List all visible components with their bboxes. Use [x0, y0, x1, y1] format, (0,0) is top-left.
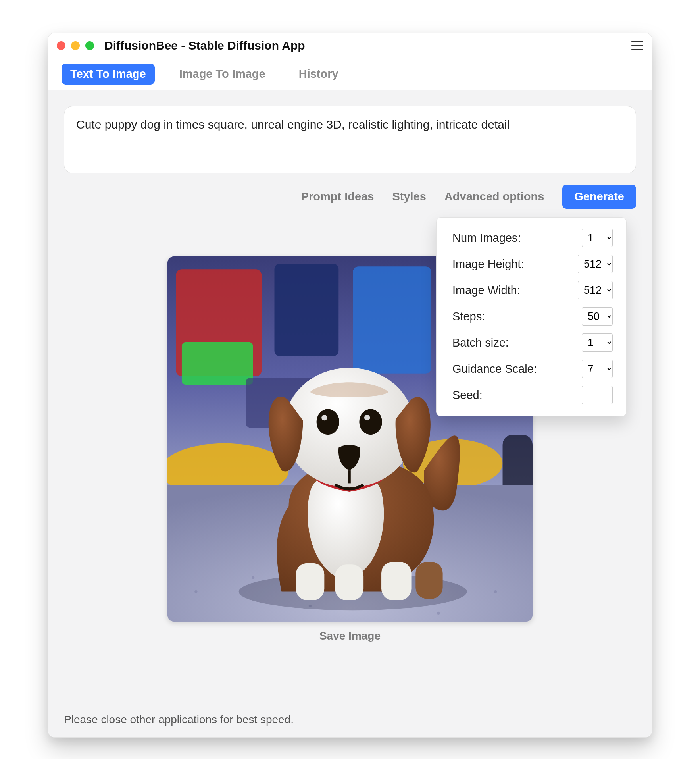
svg-point-24 — [359, 409, 382, 435]
window-controls — [57, 41, 94, 50]
advanced-options-button[interactable]: Advanced options — [444, 190, 544, 203]
tab-image-to-image[interactable]: Image To Image — [171, 64, 274, 85]
svg-point-25 — [321, 415, 327, 420]
image-height-select[interactable]: 512 — [578, 255, 613, 273]
svg-rect-18 — [296, 563, 324, 600]
prompt-input[interactable]: Cute puppy dog in times square, unreal e… — [64, 106, 636, 173]
svg-point-12 — [252, 576, 254, 579]
svg-point-11 — [194, 590, 197, 593]
close-icon[interactable] — [57, 41, 65, 50]
zoom-icon[interactable] — [85, 41, 94, 50]
seed-input[interactable] — [582, 386, 613, 404]
prompt-controls: Prompt Ideas Styles Advanced options Gen… — [64, 185, 636, 209]
svg-point-23 — [317, 409, 340, 435]
prompt-ideas-button[interactable]: Prompt Ideas — [301, 190, 374, 203]
num-images-label: Num Images: — [452, 231, 521, 245]
app-window: DiffusionBee - Stable Diffusion App Text… — [48, 33, 652, 738]
main-panel: Cute puppy dog in times square, unreal e… — [48, 90, 652, 737]
generate-button[interactable]: Generate — [562, 185, 636, 209]
image-width-select[interactable]: 512 — [578, 281, 613, 299]
advanced-options-popover: Num Images: 1 Image Height: 512 Image Wi… — [436, 217, 627, 416]
svg-rect-2 — [182, 342, 253, 385]
image-width-label: Image Width: — [452, 284, 520, 297]
steps-select[interactable]: 50 — [582, 307, 613, 326]
batch-size-label: Batch size: — [452, 336, 509, 349]
save-image-button[interactable]: Save Image — [319, 630, 381, 642]
batch-size-select[interactable]: 1 — [582, 333, 613, 352]
tab-text-to-image[interactable]: Text To Image — [62, 64, 155, 85]
svg-point-16 — [494, 590, 497, 593]
minimize-icon[interactable] — [71, 41, 80, 50]
tab-bar: Text To Image Image To Image History — [48, 58, 652, 90]
num-images-select[interactable]: 1 — [582, 229, 613, 247]
titlebar: DiffusionBee - Stable Diffusion App — [48, 33, 652, 58]
svg-rect-20 — [381, 562, 411, 600]
footer-note: Please close other applications for best… — [64, 713, 294, 726]
app-title: DiffusionBee - Stable Diffusion App — [104, 39, 631, 52]
tab-history[interactable]: History — [290, 64, 347, 85]
seed-label: Seed: — [452, 389, 483, 402]
styles-button[interactable]: Styles — [392, 190, 426, 203]
svg-rect-4 — [353, 266, 431, 374]
image-height-label: Image Height: — [452, 258, 524, 271]
guidance-scale-label: Guidance Scale: — [452, 362, 537, 376]
svg-rect-3 — [275, 264, 339, 356]
svg-rect-21 — [415, 562, 442, 599]
svg-point-26 — [364, 415, 370, 420]
svg-point-15 — [437, 612, 440, 615]
menu-icon[interactable] — [631, 41, 643, 50]
steps-label: Steps: — [452, 310, 485, 323]
svg-rect-19 — [335, 564, 363, 600]
guidance-scale-select[interactable]: 7 — [582, 360, 613, 378]
